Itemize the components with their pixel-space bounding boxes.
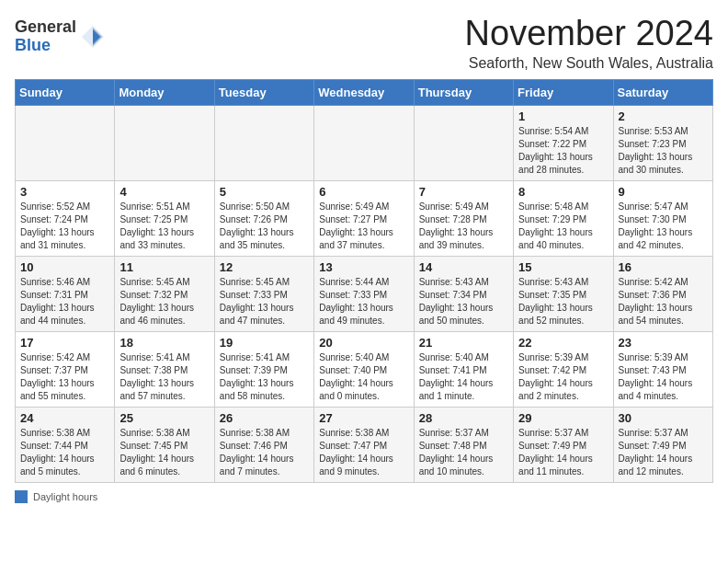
day-number: 6	[319, 185, 408, 199]
day-number: 24	[20, 411, 109, 425]
day-info: Sunrise: 5:43 AM Sunset: 7:34 PM Dayligh…	[419, 276, 508, 327]
day-info: Sunrise: 5:45 AM Sunset: 7:33 PM Dayligh…	[220, 276, 309, 327]
day-info: Sunrise: 5:49 AM Sunset: 7:27 PM Dayligh…	[319, 201, 408, 252]
calendar-day-header: Tuesday	[214, 79, 313, 105]
calendar-cell: 22Sunrise: 5:39 AM Sunset: 7:42 PM Dayli…	[514, 331, 613, 407]
page-header: General Blue November 2024 Seaforth, New…	[15, 15, 713, 72]
calendar-day-header: Wednesday	[314, 79, 414, 105]
day-info: Sunrise: 5:45 AM Sunset: 7:32 PM Dayligh…	[119, 276, 209, 327]
legend-label: Daylight hours	[33, 491, 97, 502]
day-info: Sunrise: 5:48 AM Sunset: 7:29 PM Dayligh…	[518, 201, 608, 252]
calendar-cell: 7Sunrise: 5:49 AM Sunset: 7:28 PM Daylig…	[414, 180, 513, 256]
day-number: 2	[619, 109, 708, 123]
day-info: Sunrise: 5:38 AM Sunset: 7:44 PM Dayligh…	[20, 427, 109, 478]
calendar-cell: 23Sunrise: 5:39 AM Sunset: 7:43 PM Dayli…	[613, 331, 712, 407]
logo-general: General	[15, 17, 76, 36]
day-number: 18	[119, 336, 209, 350]
calendar-cell: 27Sunrise: 5:38 AM Sunset: 7:47 PM Dayli…	[314, 407, 414, 482]
day-number: 19	[220, 336, 309, 350]
day-number: 7	[419, 185, 508, 199]
calendar-cell: 17Sunrise: 5:42 AM Sunset: 7:37 PM Dayli…	[16, 331, 115, 407]
day-number: 23	[619, 336, 708, 350]
day-number: 13	[319, 260, 408, 274]
calendar-table: SundayMondayTuesdayWednesdayThursdayFrid…	[15, 79, 713, 483]
day-number: 10	[20, 260, 109, 274]
logo-blue: Blue	[15, 36, 51, 54]
calendar-week-row: 17Sunrise: 5:42 AM Sunset: 7:37 PM Dayli…	[16, 331, 713, 407]
day-number: 12	[220, 260, 309, 274]
logo: General Blue	[15, 18, 106, 55]
calendar-day-header: Thursday	[414, 79, 513, 105]
day-number: 26	[220, 411, 309, 425]
calendar-header-row: SundayMondayTuesdayWednesdayThursdayFrid…	[16, 79, 713, 105]
calendar-day-header: Saturday	[613, 79, 712, 105]
day-number: 22	[518, 336, 608, 350]
day-number: 21	[419, 336, 508, 350]
calendar-cell: 24Sunrise: 5:38 AM Sunset: 7:44 PM Dayli…	[16, 407, 115, 482]
day-number: 5	[220, 185, 309, 199]
calendar-cell: 3Sunrise: 5:52 AM Sunset: 7:24 PM Daylig…	[16, 180, 115, 256]
location-subtitle: Seaforth, New South Wales, Australia	[465, 55, 713, 72]
calendar-cell: 4Sunrise: 5:51 AM Sunset: 7:25 PM Daylig…	[115, 180, 214, 256]
day-info: Sunrise: 5:52 AM Sunset: 7:24 PM Dayligh…	[20, 201, 109, 252]
calendar-day-header: Monday	[115, 79, 214, 105]
calendar-cell: 2Sunrise: 5:53 AM Sunset: 7:23 PM Daylig…	[613, 105, 712, 180]
day-info: Sunrise: 5:44 AM Sunset: 7:33 PM Dayligh…	[319, 276, 408, 327]
day-info: Sunrise: 5:54 AM Sunset: 7:22 PM Dayligh…	[518, 125, 608, 177]
day-number: 8	[518, 185, 608, 199]
day-number: 9	[619, 185, 708, 199]
legend-color-box	[15, 490, 28, 503]
day-info: Sunrise: 5:38 AM Sunset: 7:46 PM Dayligh…	[220, 427, 309, 478]
calendar-cell	[115, 105, 214, 180]
day-info: Sunrise: 5:40 AM Sunset: 7:41 PM Dayligh…	[419, 351, 508, 403]
calendar-cell: 29Sunrise: 5:37 AM Sunset: 7:49 PM Dayli…	[514, 407, 613, 482]
day-info: Sunrise: 5:50 AM Sunset: 7:26 PM Dayligh…	[220, 201, 309, 252]
title-block: November 2024 Seaforth, New South Wales,…	[465, 15, 713, 72]
day-info: Sunrise: 5:38 AM Sunset: 7:47 PM Dayligh…	[319, 427, 408, 478]
calendar-week-row: 1Sunrise: 5:54 AM Sunset: 7:22 PM Daylig…	[16, 105, 713, 180]
day-number: 17	[20, 336, 109, 350]
calendar-cell: 8Sunrise: 5:48 AM Sunset: 7:29 PM Daylig…	[514, 180, 613, 256]
day-number: 11	[119, 260, 209, 274]
calendar-cell: 26Sunrise: 5:38 AM Sunset: 7:46 PM Dayli…	[214, 407, 313, 482]
calendar-cell: 6Sunrise: 5:49 AM Sunset: 7:27 PM Daylig…	[314, 180, 414, 256]
calendar-cell: 10Sunrise: 5:46 AM Sunset: 7:31 PM Dayli…	[16, 256, 115, 331]
calendar-cell: 20Sunrise: 5:40 AM Sunset: 7:40 PM Dayli…	[314, 331, 414, 407]
calendar-cell: 14Sunrise: 5:43 AM Sunset: 7:34 PM Dayli…	[414, 256, 513, 331]
calendar-cell: 5Sunrise: 5:50 AM Sunset: 7:26 PM Daylig…	[214, 180, 313, 256]
day-info: Sunrise: 5:51 AM Sunset: 7:25 PM Dayligh…	[119, 201, 209, 252]
day-info: Sunrise: 5:49 AM Sunset: 7:28 PM Dayligh…	[419, 201, 508, 252]
day-number: 29	[518, 411, 608, 425]
logo-icon	[80, 24, 106, 50]
day-info: Sunrise: 5:37 AM Sunset: 7:49 PM Dayligh…	[619, 427, 708, 478]
legend: Daylight hours	[15, 490, 713, 503]
calendar-cell: 18Sunrise: 5:41 AM Sunset: 7:38 PM Dayli…	[115, 331, 214, 407]
day-number: 30	[619, 411, 708, 425]
day-info: Sunrise: 5:41 AM Sunset: 7:38 PM Dayligh…	[119, 351, 209, 403]
day-number: 3	[20, 185, 109, 199]
day-info: Sunrise: 5:40 AM Sunset: 7:40 PM Dayligh…	[319, 351, 408, 403]
day-info: Sunrise: 5:42 AM Sunset: 7:37 PM Dayligh…	[20, 351, 109, 403]
calendar-cell	[314, 105, 414, 180]
calendar-cell: 21Sunrise: 5:40 AM Sunset: 7:41 PM Dayli…	[414, 331, 513, 407]
day-number: 1	[518, 109, 608, 123]
day-number: 14	[419, 260, 508, 274]
day-info: Sunrise: 5:41 AM Sunset: 7:39 PM Dayligh…	[220, 351, 309, 403]
calendar-cell: 11Sunrise: 5:45 AM Sunset: 7:32 PM Dayli…	[115, 256, 214, 331]
calendar-cell	[414, 105, 513, 180]
calendar-cell: 25Sunrise: 5:38 AM Sunset: 7:45 PM Dayli…	[115, 407, 214, 482]
day-info: Sunrise: 5:39 AM Sunset: 7:42 PM Dayligh…	[518, 351, 608, 403]
day-number: 4	[119, 185, 209, 199]
day-info: Sunrise: 5:47 AM Sunset: 7:30 PM Dayligh…	[619, 201, 708, 252]
month-year-title: November 2024	[465, 15, 713, 53]
calendar-cell: 1Sunrise: 5:54 AM Sunset: 7:22 PM Daylig…	[514, 105, 613, 180]
calendar-cell: 15Sunrise: 5:43 AM Sunset: 7:35 PM Dayli…	[514, 256, 613, 331]
day-info: Sunrise: 5:37 AM Sunset: 7:49 PM Dayligh…	[518, 427, 608, 478]
day-info: Sunrise: 5:46 AM Sunset: 7:31 PM Dayligh…	[20, 276, 109, 327]
calendar-cell: 19Sunrise: 5:41 AM Sunset: 7:39 PM Dayli…	[214, 331, 313, 407]
calendar-week-row: 10Sunrise: 5:46 AM Sunset: 7:31 PM Dayli…	[16, 256, 713, 331]
day-number: 15	[518, 260, 608, 274]
calendar-cell: 9Sunrise: 5:47 AM Sunset: 7:30 PM Daylig…	[613, 180, 712, 256]
calendar-cell: 13Sunrise: 5:44 AM Sunset: 7:33 PM Dayli…	[314, 256, 414, 331]
day-info: Sunrise: 5:43 AM Sunset: 7:35 PM Dayligh…	[518, 276, 608, 327]
